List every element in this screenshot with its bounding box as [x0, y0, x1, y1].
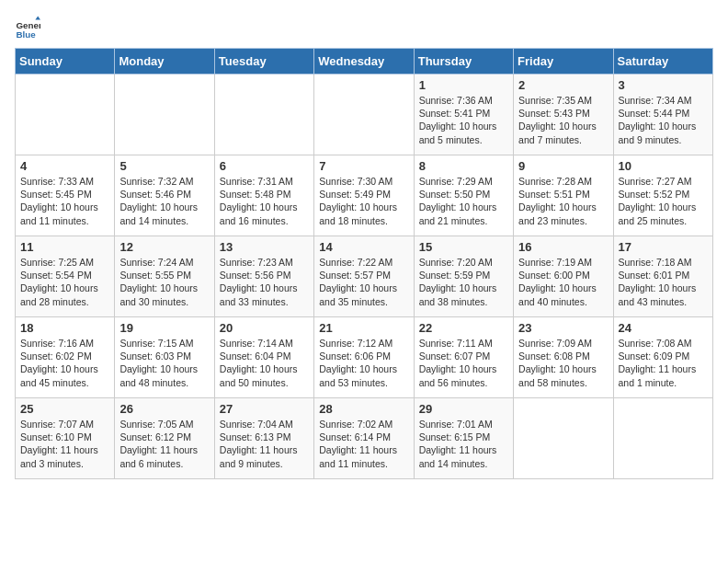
day-number: 14 [319, 240, 408, 254]
day-number: 7 [319, 159, 408, 173]
calendar-cell: 4Sunrise: 7:33 AM Sunset: 5:45 PM Daylig… [16, 155, 115, 236]
day-info: Sunrise: 7:23 AM Sunset: 5:56 PM Dayligh… [220, 256, 309, 308]
day-info: Sunrise: 7:08 AM Sunset: 6:09 PM Dayligh… [619, 337, 708, 389]
day-info: Sunrise: 7:34 AM Sunset: 5:44 PM Dayligh… [619, 94, 708, 146]
day-number: 5 [119, 159, 209, 173]
day-number: 9 [518, 159, 608, 173]
day-info: Sunrise: 7:04 AM Sunset: 6:13 PM Dayligh… [220, 418, 309, 470]
calendar-cell [115, 75, 214, 155]
day-info: Sunrise: 7:09 AM Sunset: 6:08 PM Dayligh… [518, 337, 608, 389]
day-info: Sunrise: 7:02 AM Sunset: 6:14 PM Dayligh… [319, 418, 408, 470]
day-number: 17 [619, 240, 708, 254]
day-number: 23 [518, 321, 608, 335]
weekday-header-row: SundayMondayTuesdayWednesdayThursdayFrid… [16, 49, 713, 75]
day-info: Sunrise: 7:14 AM Sunset: 6:04 PM Dayligh… [220, 337, 309, 389]
calendar-cell: 23Sunrise: 7:09 AM Sunset: 6:08 PM Dayli… [514, 317, 613, 398]
day-number: 4 [20, 159, 109, 173]
calendar-cell: 14Sunrise: 7:22 AM Sunset: 5:57 PM Dayli… [314, 236, 414, 317]
day-number: 25 [20, 402, 109, 416]
weekday-header: Friday [514, 49, 613, 75]
day-number: 19 [119, 321, 209, 335]
day-number: 27 [220, 402, 309, 416]
day-info: Sunrise: 7:35 AM Sunset: 5:43 PM Dayligh… [518, 94, 608, 146]
day-number: 12 [119, 240, 209, 254]
day-number: 3 [619, 78, 708, 92]
logo-icon: General Blue [15, 15, 40, 40]
calendar-cell [613, 398, 712, 479]
calendar-table: SundayMondayTuesdayWednesdayThursdayFrid… [15, 48, 713, 479]
day-number: 2 [518, 78, 608, 92]
calendar-cell: 10Sunrise: 7:27 AM Sunset: 5:52 PM Dayli… [613, 155, 712, 236]
calendar-cell: 17Sunrise: 7:18 AM Sunset: 6:01 PM Dayli… [613, 236, 712, 317]
calendar-cell: 2Sunrise: 7:35 AM Sunset: 5:43 PM Daylig… [514, 75, 613, 155]
calendar-week-row: 18Sunrise: 7:16 AM Sunset: 6:02 PM Dayli… [16, 317, 713, 398]
logo: General Blue [15, 15, 44, 40]
weekday-header: Wednesday [314, 49, 414, 75]
day-info: Sunrise: 7:33 AM Sunset: 5:45 PM Dayligh… [20, 175, 109, 227]
calendar-cell [214, 75, 313, 155]
day-number: 29 [419, 402, 508, 416]
day-number: 15 [419, 240, 508, 254]
calendar-week-row: 1Sunrise: 7:36 AM Sunset: 5:41 PM Daylig… [16, 75, 713, 155]
calendar-cell: 24Sunrise: 7:08 AM Sunset: 6:09 PM Dayli… [613, 317, 712, 398]
calendar-cell: 21Sunrise: 7:12 AM Sunset: 6:06 PM Dayli… [314, 317, 414, 398]
calendar-cell: 8Sunrise: 7:29 AM Sunset: 5:50 PM Daylig… [414, 155, 513, 236]
day-number: 28 [319, 402, 408, 416]
day-info: Sunrise: 7:32 AM Sunset: 5:46 PM Dayligh… [119, 175, 209, 227]
day-info: Sunrise: 7:12 AM Sunset: 6:06 PM Dayligh… [319, 337, 408, 389]
day-info: Sunrise: 7:31 AM Sunset: 5:48 PM Dayligh… [220, 175, 309, 227]
svg-marker-2 [35, 16, 40, 19]
day-info: Sunrise: 7:24 AM Sunset: 5:55 PM Dayligh… [119, 256, 209, 308]
day-info: Sunrise: 7:18 AM Sunset: 6:01 PM Dayligh… [619, 256, 708, 308]
calendar-cell: 5Sunrise: 7:32 AM Sunset: 5:46 PM Daylig… [115, 155, 214, 236]
calendar-cell: 13Sunrise: 7:23 AM Sunset: 5:56 PM Dayli… [214, 236, 313, 317]
weekday-header: Thursday [414, 49, 513, 75]
day-info: Sunrise: 7:19 AM Sunset: 6:00 PM Dayligh… [518, 256, 608, 308]
calendar-week-row: 11Sunrise: 7:25 AM Sunset: 5:54 PM Dayli… [16, 236, 713, 317]
weekday-header: Saturday [613, 49, 712, 75]
calendar-cell: 18Sunrise: 7:16 AM Sunset: 6:02 PM Dayli… [16, 317, 115, 398]
calendar-week-row: 25Sunrise: 7:07 AM Sunset: 6:10 PM Dayli… [16, 398, 713, 479]
weekday-header: Monday [115, 49, 214, 75]
day-info: Sunrise: 7:29 AM Sunset: 5:50 PM Dayligh… [419, 175, 508, 227]
day-info: Sunrise: 7:36 AM Sunset: 5:41 PM Dayligh… [419, 94, 508, 146]
day-info: Sunrise: 7:15 AM Sunset: 6:03 PM Dayligh… [119, 337, 209, 389]
calendar-cell: 9Sunrise: 7:28 AM Sunset: 5:51 PM Daylig… [514, 155, 613, 236]
day-number: 18 [20, 321, 109, 335]
calendar-cell: 25Sunrise: 7:07 AM Sunset: 6:10 PM Dayli… [16, 398, 115, 479]
calendar-cell: 3Sunrise: 7:34 AM Sunset: 5:44 PM Daylig… [613, 75, 712, 155]
day-number: 1 [419, 78, 508, 92]
svg-text:Blue: Blue [16, 29, 36, 40]
calendar-cell: 28Sunrise: 7:02 AM Sunset: 6:14 PM Dayli… [314, 398, 414, 479]
day-info: Sunrise: 7:20 AM Sunset: 5:59 PM Dayligh… [419, 256, 508, 308]
day-number: 6 [220, 159, 309, 173]
page-header: General Blue [15, 15, 713, 40]
day-info: Sunrise: 7:16 AM Sunset: 6:02 PM Dayligh… [20, 337, 109, 389]
calendar-cell: 29Sunrise: 7:01 AM Sunset: 6:15 PM Dayli… [414, 398, 513, 479]
day-number: 11 [20, 240, 109, 254]
calendar-cell: 16Sunrise: 7:19 AM Sunset: 6:00 PM Dayli… [514, 236, 613, 317]
calendar-week-row: 4Sunrise: 7:33 AM Sunset: 5:45 PM Daylig… [16, 155, 713, 236]
day-number: 13 [220, 240, 309, 254]
day-info: Sunrise: 7:11 AM Sunset: 6:07 PM Dayligh… [419, 337, 508, 389]
calendar-cell: 7Sunrise: 7:30 AM Sunset: 5:49 PM Daylig… [314, 155, 414, 236]
day-number: 10 [619, 159, 708, 173]
day-info: Sunrise: 7:01 AM Sunset: 6:15 PM Dayligh… [419, 418, 508, 470]
calendar-cell: 1Sunrise: 7:36 AM Sunset: 5:41 PM Daylig… [414, 75, 513, 155]
calendar-cell: 26Sunrise: 7:05 AM Sunset: 6:12 PM Dayli… [115, 398, 214, 479]
weekday-header: Sunday [16, 49, 115, 75]
day-info: Sunrise: 7:22 AM Sunset: 5:57 PM Dayligh… [319, 256, 408, 308]
calendar-cell: 12Sunrise: 7:24 AM Sunset: 5:55 PM Dayli… [115, 236, 214, 317]
calendar-cell: 15Sunrise: 7:20 AM Sunset: 5:59 PM Dayli… [414, 236, 513, 317]
day-number: 8 [419, 159, 508, 173]
calendar-cell: 19Sunrise: 7:15 AM Sunset: 6:03 PM Dayli… [115, 317, 214, 398]
calendar-cell [16, 75, 115, 155]
calendar-cell: 27Sunrise: 7:04 AM Sunset: 6:13 PM Dayli… [214, 398, 313, 479]
day-number: 21 [319, 321, 408, 335]
calendar-cell: 11Sunrise: 7:25 AM Sunset: 5:54 PM Dayli… [16, 236, 115, 317]
day-number: 26 [119, 402, 209, 416]
day-number: 24 [619, 321, 708, 335]
day-number: 22 [419, 321, 508, 335]
day-info: Sunrise: 7:28 AM Sunset: 5:51 PM Dayligh… [518, 175, 608, 227]
day-info: Sunrise: 7:07 AM Sunset: 6:10 PM Dayligh… [20, 418, 109, 470]
